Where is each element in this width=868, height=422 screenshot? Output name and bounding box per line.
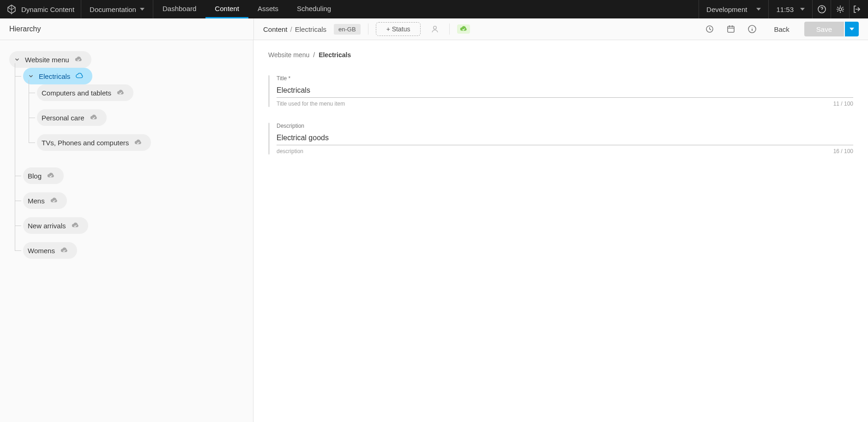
time-label: 11:53 bbox=[776, 6, 794, 13]
cloud-check-icon bbox=[49, 197, 59, 204]
topbar: Dynamic Content Documentation Dashboard … bbox=[0, 0, 868, 18]
save-button-group: Save bbox=[804, 22, 859, 36]
chevron-down-icon bbox=[140, 8, 145, 11]
history-icon[interactable] bbox=[703, 22, 717, 36]
tree-node-new-arrivals[interactable]: New arrivals bbox=[23, 217, 88, 234]
tree-node-label: Website menu bbox=[25, 56, 69, 64]
title-char-count: 11 / 100 bbox=[833, 101, 853, 107]
nav-assets[interactable]: Assets bbox=[248, 0, 288, 18]
field-accent bbox=[268, 75, 270, 107]
cloud-check-icon bbox=[46, 172, 55, 179]
info-icon[interactable] bbox=[745, 22, 759, 36]
hierarchy-sidebar: Website menu Electricals bbox=[0, 40, 253, 422]
title-label: Title * bbox=[277, 75, 853, 82]
documentation-label: Documentation bbox=[90, 6, 136, 13]
hierarchy-tree: Website menu Electricals bbox=[9, 51, 244, 275]
tree-node-electricals[interactable]: Electricals bbox=[23, 68, 92, 84]
tree-node-mens[interactable]: Mens bbox=[23, 192, 67, 209]
content-path-root: Content bbox=[263, 25, 288, 33]
tree-node-personal-care[interactable]: Personal care bbox=[37, 109, 107, 126]
cloud-check-icon bbox=[89, 114, 98, 121]
chevron-down-icon[interactable] bbox=[28, 73, 34, 79]
title-input[interactable] bbox=[277, 84, 853, 98]
description-helper: description bbox=[277, 148, 303, 155]
tree-node-label: Computers and tablets bbox=[42, 89, 111, 97]
back-button[interactable]: Back bbox=[766, 22, 796, 37]
content-path: Content / Electricals bbox=[263, 25, 326, 33]
description-label: Description bbox=[277, 123, 853, 129]
tree-node-label: Personal care bbox=[42, 114, 84, 122]
app-brand: Dynamic Content bbox=[0, 0, 81, 18]
cloud-check-icon bbox=[71, 222, 80, 229]
divider bbox=[449, 24, 450, 35]
tree-node-computers-tablets[interactable]: Computers and tablets bbox=[37, 84, 133, 101]
content-toolbar: Content / Electricals en-GB + Status Bac… bbox=[253, 18, 868, 40]
nav-content[interactable]: Content bbox=[205, 0, 248, 18]
app-logo-icon bbox=[6, 4, 17, 14]
save-dropdown-button[interactable] bbox=[845, 22, 859, 36]
cloud-check-icon bbox=[60, 247, 69, 254]
content-path-current: Electricals bbox=[295, 25, 326, 33]
tree-node-root[interactable]: Website menu bbox=[9, 51, 91, 68]
cloud-icon bbox=[75, 72, 84, 80]
cloud-check-icon bbox=[133, 139, 143, 146]
time-dropdown[interactable]: 11:53 bbox=[769, 0, 813, 18]
gear-icon[interactable] bbox=[831, 0, 850, 18]
content-path-sep: / bbox=[290, 25, 292, 33]
tree-node-label: Womens bbox=[28, 247, 55, 255]
tree-node-label: Electricals bbox=[39, 72, 70, 80]
breadcrumb: Website menu / Electricals bbox=[268, 51, 853, 59]
environment-label: Development bbox=[706, 6, 747, 13]
tree-node-label: TVs, Phones and computers bbox=[42, 139, 129, 147]
chevron-down-icon bbox=[800, 8, 805, 11]
sync-status-icon[interactable] bbox=[457, 24, 470, 34]
add-status-button[interactable]: + Status bbox=[376, 22, 421, 36]
breadcrumb-parent[interactable]: Website menu bbox=[268, 51, 309, 59]
app-name-label: Dynamic Content bbox=[21, 6, 74, 13]
save-button[interactable]: Save bbox=[804, 22, 844, 36]
environment-dropdown[interactable]: Development bbox=[699, 0, 769, 18]
tree-node-tvs-phones-computers[interactable]: TVs, Phones and computers bbox=[37, 134, 151, 151]
title-field: Title * Title used for the menu item 11 … bbox=[268, 75, 853, 107]
locale-badge[interactable]: en-GB bbox=[334, 24, 361, 35]
title-helper: Title used for the menu item bbox=[277, 101, 345, 107]
subheader: Hierarchy Content / Electricals en-GB + … bbox=[0, 18, 868, 40]
divider bbox=[368, 24, 368, 35]
cloud-check-icon bbox=[74, 56, 83, 63]
breadcrumb-current: Electricals bbox=[319, 51, 351, 59]
calendar-icon[interactable] bbox=[724, 22, 738, 36]
chevron-down-icon[interactable] bbox=[14, 56, 20, 63]
tree-node-blog[interactable]: Blog bbox=[23, 167, 64, 184]
tree-node-label: Blog bbox=[28, 172, 42, 180]
nav-scheduling[interactable]: Scheduling bbox=[288, 0, 340, 18]
content-editor: Website menu / Electricals Title * Title… bbox=[253, 40, 868, 422]
tree-node-womens[interactable]: Womens bbox=[23, 242, 77, 259]
exit-icon[interactable] bbox=[850, 0, 868, 18]
description-input[interactable] bbox=[277, 132, 853, 145]
description-field: Description description 16 / 100 bbox=[268, 123, 853, 155]
tree-node-label: Mens bbox=[28, 197, 45, 205]
hierarchy-title: Hierarchy bbox=[0, 18, 253, 40]
nav-dashboard[interactable]: Dashboard bbox=[153, 0, 205, 18]
documentation-dropdown[interactable]: Documentation bbox=[81, 0, 153, 18]
assignee-icon[interactable] bbox=[428, 22, 442, 36]
cloud-check-icon bbox=[116, 89, 125, 96]
breadcrumb-sep: / bbox=[313, 51, 315, 59]
help-icon[interactable] bbox=[813, 0, 831, 18]
field-accent bbox=[268, 123, 270, 155]
chevron-down-icon bbox=[850, 28, 854, 30]
description-char-count: 16 / 100 bbox=[833, 148, 853, 155]
primary-nav: Dashboard Content Assets Scheduling bbox=[153, 0, 340, 18]
chevron-down-icon bbox=[756, 8, 761, 11]
tree-node-label: New arrivals bbox=[28, 222, 66, 230]
